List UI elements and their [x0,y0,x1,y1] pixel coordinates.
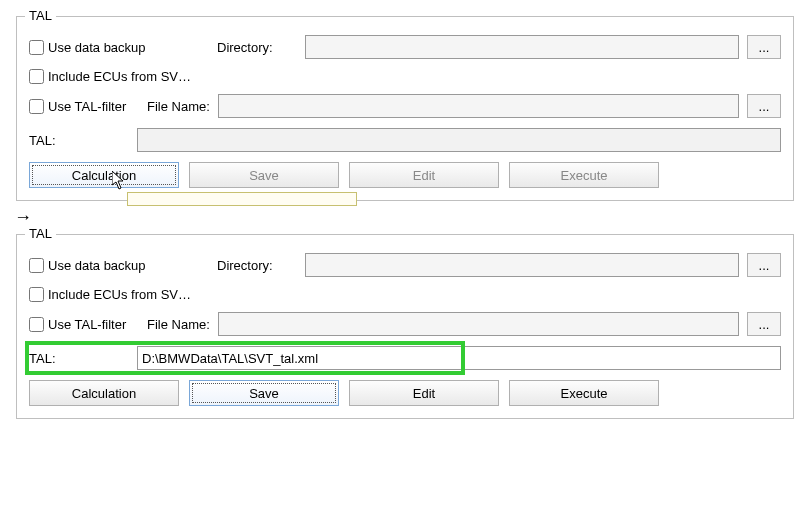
save-button[interactable]: Save [189,380,339,406]
use-tal-filter-checkbox[interactable]: Use TAL-filter [29,317,139,332]
ellipsis-icon: ... [759,99,770,114]
browse-directory-button[interactable]: ... [747,253,781,277]
execute-button[interactable]: Execute [509,380,659,406]
edit-button-label: Edit [413,386,435,401]
use-data-backup-label: Use data backup [48,40,146,55]
file-name-input[interactable] [218,312,739,336]
use-data-backup-checkbox[interactable]: Use data backup [29,40,209,55]
file-name-input[interactable] [218,94,739,118]
directory-input[interactable] [305,253,739,277]
use-tal-filter-label: Use TAL-filter [48,99,126,114]
button-row: Calculation Save Edit Execute [29,162,781,188]
use-data-backup-input[interactable] [29,258,44,273]
directory-label: Directory: [217,258,297,273]
include-ecus-checkbox[interactable]: Include ECUs from SV… [29,69,191,84]
edit-button: Edit [349,162,499,188]
file-name-label: File Name: [147,99,210,114]
calculation-button-label: Calculation [72,386,136,401]
tal-panel-after: TAL Use data backup Directory: ... Inclu… [16,234,794,419]
directory-input[interactable] [305,35,739,59]
include-ecus-input[interactable] [29,287,44,302]
tal-legend: TAL [25,8,56,23]
tooltip-fragment [127,192,357,206]
file-name-label: File Name: [147,317,210,332]
row-tal: TAL: [29,346,781,370]
browse-file-button[interactable]: ... [747,312,781,336]
row-include-ecus: Include ECUs from SV… [29,69,781,84]
execute-button-label: Execute [561,168,608,183]
tal-label: TAL: [29,351,129,366]
ellipsis-icon: ... [759,40,770,55]
execute-button: Execute [509,162,659,188]
browse-file-button[interactable]: ... [747,94,781,118]
include-ecus-input[interactable] [29,69,44,84]
save-button-label: Save [249,386,279,401]
edit-button-label: Edit [413,168,435,183]
calculation-button[interactable]: Calculation [29,380,179,406]
tal-input[interactable] [137,346,781,370]
tal-input[interactable] [137,128,781,152]
calculation-button[interactable]: Calculation [29,162,179,188]
ellipsis-icon: ... [759,258,770,273]
browse-directory-button[interactable]: ... [747,35,781,59]
execute-button-label: Execute [561,386,608,401]
use-data-backup-label: Use data backup [48,258,146,273]
save-button: Save [189,162,339,188]
tal-panel-before: TAL Use data backup Directory: ... Inclu… [16,16,794,201]
use-tal-filter-input[interactable] [29,99,44,114]
include-ecus-label: Include ECUs from SV… [48,69,191,84]
use-data-backup-input[interactable] [29,40,44,55]
arrow-icon: → [14,207,796,228]
include-ecus-label: Include ECUs from SV… [48,287,191,302]
row-talfilter: Use TAL-filter File Name: ... [29,312,781,336]
row-directory: Use data backup Directory: ... [29,253,781,277]
calculation-button-label: Calculation [72,168,136,183]
button-row: Calculation Save Edit Execute [29,380,781,406]
edit-button[interactable]: Edit [349,380,499,406]
row-talfilter: Use TAL-filter File Name: ... [29,94,781,118]
use-data-backup-checkbox[interactable]: Use data backup [29,258,209,273]
save-button-label: Save [249,168,279,183]
use-tal-filter-input[interactable] [29,317,44,332]
tal-label: TAL: [29,133,129,148]
tal-legend: TAL [25,226,56,241]
row-tal: TAL: [29,128,781,152]
row-directory: Use data backup Directory: ... [29,35,781,59]
ellipsis-icon: ... [759,317,770,332]
directory-label: Directory: [217,40,297,55]
row-include-ecus: Include ECUs from SV… [29,287,781,302]
include-ecus-checkbox[interactable]: Include ECUs from SV… [29,287,191,302]
use-tal-filter-checkbox[interactable]: Use TAL-filter [29,99,139,114]
use-tal-filter-label: Use TAL-filter [48,317,126,332]
